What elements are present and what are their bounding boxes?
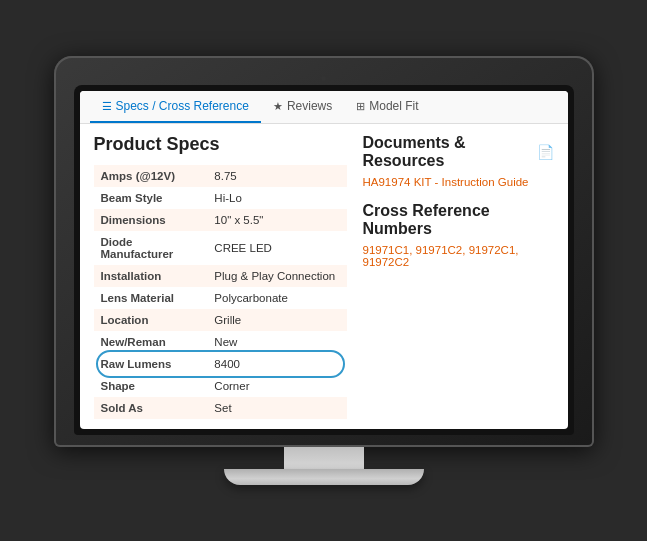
spec-label: Dimensions	[94, 209, 208, 231]
cross-reference-title: Cross Reference Numbers	[363, 202, 554, 238]
specs-table: Amps (@12V)8.75Beam StyleHi-LoDimensions…	[94, 165, 347, 419]
document-icon: 📄	[537, 144, 554, 160]
tab-reviews[interactable]: ★ Reviews	[261, 91, 344, 123]
table-row: Amps (@12V)8.75	[94, 165, 347, 187]
spec-value: Corner	[207, 375, 346, 397]
spec-label: Installation	[94, 265, 208, 287]
table-row: Beam StyleHi-Lo	[94, 187, 347, 209]
monitor: ☰ Specs / Cross Reference ★ Reviews ⊞ Mo…	[54, 56, 594, 485]
table-row: LocationGrille	[94, 309, 347, 331]
table-row: Lens MaterialPolycarbonate	[94, 287, 347, 309]
spec-value: Hi-Lo	[207, 187, 346, 209]
model-fit-icon: ⊞	[356, 100, 365, 113]
tab-bar: ☰ Specs / Cross Reference ★ Reviews ⊞ Mo…	[80, 91, 568, 124]
monitor-neck	[284, 447, 364, 469]
spec-label: New/Reman	[94, 331, 208, 353]
table-row: New/RemanNew	[94, 331, 347, 353]
specs-icon: ☰	[102, 100, 112, 113]
spec-value: Plug & Play Connection	[207, 265, 346, 287]
spec-value: 8400	[207, 353, 346, 375]
spec-label: Beam Style	[94, 187, 208, 209]
spec-value: Grille	[207, 309, 346, 331]
tab-specs[interactable]: ☰ Specs / Cross Reference	[90, 91, 261, 123]
spec-label: Amps (@12V)	[94, 165, 208, 187]
monitor-outer: ☰ Specs / Cross Reference ★ Reviews ⊞ Mo…	[54, 56, 594, 447]
instruction-guide-link[interactable]: HA91974 KIT - Instruction Guide	[363, 176, 554, 188]
table-row: Sold AsSet	[94, 397, 347, 419]
table-row: ShapeCorner	[94, 375, 347, 397]
spec-value: 8.75	[207, 165, 346, 187]
left-column: Product Specs Amps (@12V)8.75Beam StyleH…	[94, 134, 347, 419]
tab-model-fit[interactable]: ⊞ Model Fit	[344, 91, 430, 123]
spec-label: Location	[94, 309, 208, 331]
reviews-icon: ★	[273, 100, 283, 113]
table-row: Diode ManufacturerCREE LED	[94, 231, 347, 265]
tab-reviews-label: Reviews	[287, 99, 332, 113]
spec-label: Raw Lumens	[94, 353, 208, 375]
screen-bezel: ☰ Specs / Cross Reference ★ Reviews ⊞ Mo…	[74, 85, 574, 435]
spec-label: Diode Manufacturer	[94, 231, 208, 265]
spec-label: Sold As	[94, 397, 208, 419]
monitor-screen: ☰ Specs / Cross Reference ★ Reviews ⊞ Mo…	[80, 91, 568, 429]
spec-value: 10" x 5.5"	[207, 209, 346, 231]
right-column: Documents & Resources 📄 HA91974 KIT - In…	[347, 134, 554, 419]
spec-label: Lens Material	[94, 287, 208, 309]
documents-title-text: Documents & Resources	[363, 134, 531, 170]
documents-title: Documents & Resources 📄	[363, 134, 554, 170]
spec-value: New	[207, 331, 346, 353]
camera-dot	[321, 76, 326, 81]
cross-reference-numbers: 91971C1, 91971C2, 91972C1, 91972C2	[363, 244, 554, 268]
spec-value: CREE LED	[207, 231, 346, 265]
table-row: InstallationPlug & Play Connection	[94, 265, 347, 287]
monitor-base	[224, 469, 424, 485]
tab-specs-label: Specs / Cross Reference	[116, 99, 249, 113]
spec-value: Set	[207, 397, 346, 419]
table-row: Dimensions10" x 5.5"	[94, 209, 347, 231]
tab-model-fit-label: Model Fit	[369, 99, 418, 113]
main-content: Product Specs Amps (@12V)8.75Beam StyleH…	[80, 124, 568, 429]
spec-label: Shape	[94, 375, 208, 397]
spec-value: Polycarbonate	[207, 287, 346, 309]
product-specs-title: Product Specs	[94, 134, 347, 155]
raw-lumens-row: Raw Lumens8400	[94, 353, 347, 375]
